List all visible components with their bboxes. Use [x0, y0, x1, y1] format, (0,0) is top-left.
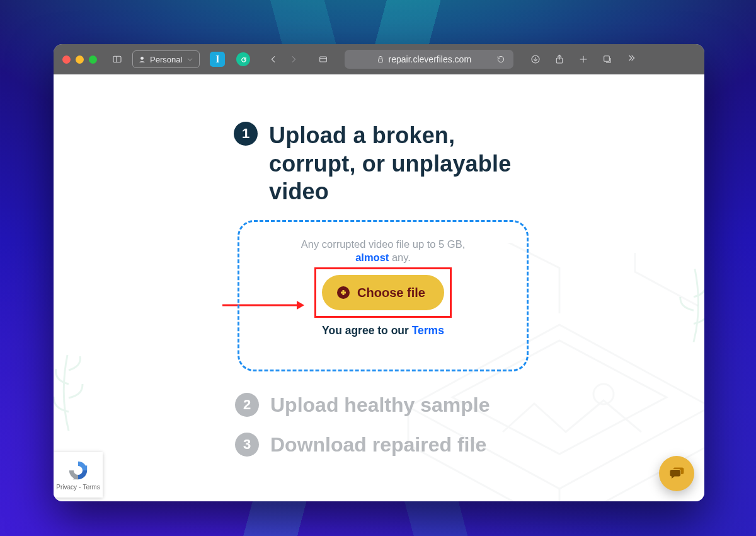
- chat-bubbles-icon: [668, 465, 685, 482]
- sidebar-toggle-button[interactable]: [108, 50, 126, 68]
- dropzone-almost-link[interactable]: almost: [355, 252, 389, 263]
- step-3-title: Download repaired file: [270, 433, 486, 457]
- nav-forward-button[interactable]: [285, 50, 302, 68]
- lock-icon: [376, 55, 385, 64]
- recaptcha-badge[interactable]: Privacy-Terms: [54, 452, 103, 498]
- window-minimize-button[interactable]: [76, 55, 84, 64]
- new-tab-button[interactable]: [575, 50, 592, 68]
- plus-circle-icon: [337, 286, 350, 299]
- step-2-row: 2 Upload healthy sample: [235, 393, 490, 417]
- upload-dropzone[interactable]: Any corrupted video file up to 5 GB, alm…: [238, 220, 529, 371]
- dropzone-hint-line1: Any corrupted video file up to 5 GB,: [301, 238, 465, 250]
- terms-link[interactable]: Terms: [412, 324, 444, 337]
- svg-rect-0: [113, 56, 121, 62]
- choose-file-button[interactable]: Choose file: [322, 275, 444, 310]
- dropzone-hint-line2: almost any.: [355, 252, 411, 264]
- step-3-badge: 3: [235, 433, 259, 457]
- address-bar[interactable]: repair.cleverfiles.com: [345, 50, 513, 69]
- recaptcha-privacy-link[interactable]: Privacy: [56, 484, 77, 491]
- step-1-title: Upload a broken, corrupt, or unplayable …: [269, 122, 521, 206]
- recaptcha-terms-link[interactable]: Terms: [83, 484, 100, 491]
- choose-file-wrap: Choose file: [322, 275, 444, 310]
- step-3-row: 3 Download repaired file: [235, 433, 486, 457]
- extension-instapaper-button[interactable]: I: [210, 52, 225, 67]
- recaptcha-icon: [67, 460, 89, 481]
- terms-line: You agree to our Terms: [322, 324, 444, 337]
- chat-widget-button[interactable]: [659, 456, 694, 491]
- nav-back-button[interactable]: [265, 50, 282, 68]
- step-2-title: Upload healthy sample: [270, 393, 490, 417]
- choose-file-label: Choose file: [357, 286, 425, 300]
- toolbar-overflow-button[interactable]: [623, 50, 639, 68]
- page-viewport: 1 Upload a broken, corrupt, or unplayabl…: [54, 74, 704, 501]
- svg-rect-5: [378, 59, 382, 62]
- step-1-header: 1 Upload a broken, corrupt, or unplayabl…: [234, 122, 521, 206]
- tab-overview-button[interactable]: [599, 50, 616, 68]
- downloads-button[interactable]: [527, 50, 544, 68]
- browser-toolbar: Personal I repair.cleverfiles.com: [54, 44, 704, 74]
- window-close-button[interactable]: [62, 55, 71, 64]
- svg-point-2: [140, 57, 143, 59]
- window-traffic-lights: [62, 55, 97, 64]
- share-button[interactable]: [551, 50, 568, 68]
- browser-window: Personal I repair.cleverfiles.com: [54, 44, 704, 501]
- reload-button[interactable]: [492, 50, 510, 68]
- step-2-badge: 2: [235, 393, 259, 417]
- desktop-background: Personal I repair.cleverfiles.com: [0, 0, 756, 536]
- step-1-badge: 1: [234, 122, 258, 146]
- svg-rect-3: [320, 57, 327, 62]
- profile-name: Personal: [150, 55, 182, 64]
- extension-grammarly-button[interactable]: [236, 52, 250, 66]
- profile-switcher[interactable]: Personal: [132, 50, 200, 68]
- person-icon: [138, 55, 146, 64]
- address-host: repair.cleverfiles.com: [389, 54, 472, 64]
- grammarly-icon: [240, 56, 247, 63]
- window-fullscreen-button[interactable]: [89, 55, 97, 64]
- recaptcha-links: Privacy-Terms: [56, 484, 100, 491]
- chevron-down-icon: [186, 55, 194, 64]
- svg-rect-10: [604, 56, 610, 62]
- site-settings-button[interactable]: [314, 50, 332, 68]
